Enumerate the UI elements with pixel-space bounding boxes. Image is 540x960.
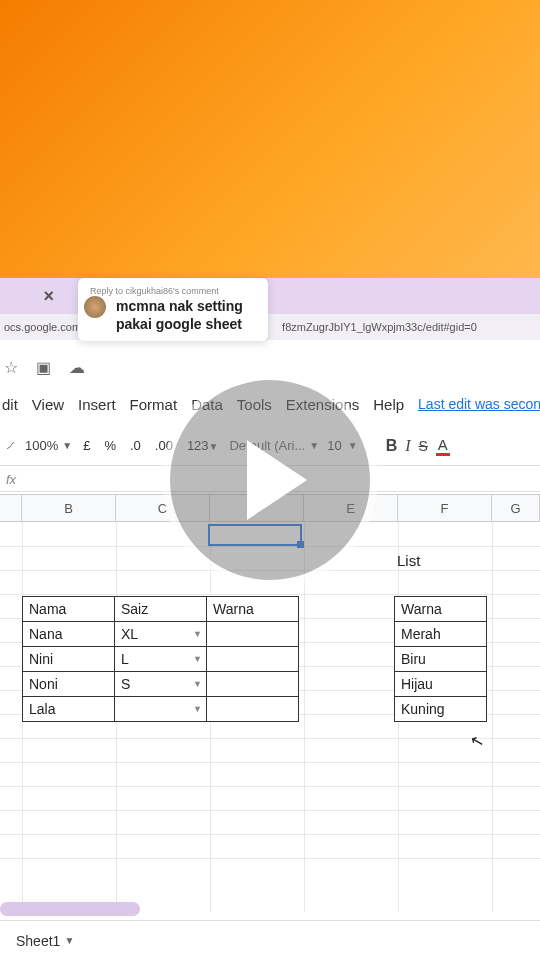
currency-button[interactable]: £	[80, 438, 93, 453]
saiz-value: L	[121, 651, 129, 667]
chevron-down-icon[interactable]: ▼	[64, 935, 74, 946]
saiz-value: XL	[121, 626, 138, 642]
list-item[interactable]: Merah	[395, 622, 487, 647]
cell-nama[interactable]: Noni	[23, 672, 115, 697]
dropdown-arrow-icon[interactable]: ▼	[193, 654, 202, 664]
table-row: Nini L▼	[23, 647, 299, 672]
cloud-status-icon[interactable]: ☁	[69, 358, 85, 377]
cell-saiz[interactable]: XL▼	[115, 622, 207, 647]
italic-button[interactable]: I	[405, 437, 410, 455]
horizontal-scrollbar[interactable]	[0, 902, 140, 916]
list-item[interactable]: Hijau	[395, 672, 487, 697]
cell-warna[interactable]	[207, 647, 299, 672]
cell-nama[interactable]: Nana	[23, 622, 115, 647]
cell-saiz[interactable]: S▼	[115, 672, 207, 697]
zoom-value: 100%	[25, 438, 58, 453]
cell-warna[interactable]	[207, 672, 299, 697]
dropdown-arrow-icon[interactable]: ▼	[193, 704, 202, 714]
decrease-decimal-button[interactable]: .0	[127, 438, 144, 453]
header-nama[interactable]: Nama	[23, 597, 115, 622]
cell-nama[interactable]: Nini	[23, 647, 115, 672]
play-icon	[247, 440, 307, 520]
header-warna[interactable]: Warna	[207, 597, 299, 622]
strikethrough-button[interactable]: S	[419, 438, 428, 454]
cell-saiz[interactable]: ▼	[115, 697, 207, 722]
chevron-down-icon: ▼	[62, 440, 72, 451]
text-color-button[interactable]: A	[436, 436, 450, 456]
row-corner[interactable]	[0, 495, 22, 521]
main-table: Nama Saiz Warna Nana XL▼ Nini L▼ Noni S▼…	[22, 596, 299, 722]
paint-format-icon[interactable]: ⟋	[4, 438, 17, 453]
dropdown-arrow-icon[interactable]: ▼	[193, 679, 202, 689]
cell-nama[interactable]: Lala	[23, 697, 115, 722]
menu-help[interactable]: Help	[373, 396, 404, 413]
col-header-f[interactable]: F	[398, 495, 492, 521]
list-header[interactable]: Warna	[395, 597, 487, 622]
table-row: Lala ▼	[23, 697, 299, 722]
last-edit-link[interactable]: Last edit was seconds ago	[418, 396, 540, 412]
fx-label: fx	[6, 472, 16, 487]
move-folder-icon[interactable]: ▣	[36, 358, 51, 377]
commenter-avatar	[84, 296, 106, 318]
close-tab-button[interactable]: ×	[0, 286, 68, 307]
col-header-g[interactable]: G	[492, 495, 540, 521]
sheet-tab[interactable]: Sheet1 ▼	[6, 927, 84, 955]
spreadsheet-grid[interactable]: List Nama Saiz Warna Nana XL▼ Nini L▼ No…	[0, 522, 540, 912]
reply-text-2: pakai google sheet	[116, 316, 256, 334]
reply-to-line: Reply to cikgukhai86's comment	[90, 286, 256, 296]
comment-reply-bubble: Reply to cikgukhai86's comment mcmna nak…	[78, 278, 268, 341]
zoom-select[interactable]: 100% ▼	[25, 438, 72, 453]
table-row: Nana XL▼	[23, 622, 299, 647]
increase-decimal-button[interactable]: .00	[152, 438, 176, 453]
reply-text-1: mcmna nak setting	[116, 298, 256, 316]
mouse-cursor-icon: ↖	[468, 731, 485, 753]
menu-view[interactable]: View	[32, 396, 64, 413]
menu-format[interactable]: Format	[130, 396, 178, 413]
star-icon[interactable]: ☆	[4, 358, 18, 377]
table-row: Noni S▼	[23, 672, 299, 697]
cell-warna[interactable]	[207, 622, 299, 647]
url-left: ocs.google.com/	[4, 321, 84, 333]
menu-insert[interactable]: Insert	[78, 396, 116, 413]
col-header-b[interactable]: B	[22, 495, 116, 521]
header-saiz[interactable]: Saiz	[115, 597, 207, 622]
list-heading: List	[397, 552, 420, 569]
bold-button[interactable]: B	[386, 437, 398, 455]
sheet-tab-label: Sheet1	[16, 933, 60, 949]
percent-button[interactable]: %	[101, 438, 119, 453]
list-item[interactable]: Kuning	[395, 697, 487, 722]
saiz-value: S	[121, 676, 130, 692]
dropdown-arrow-icon[interactable]: ▼	[193, 629, 202, 639]
url-right: f8zmZugrJbIY1_lgWxpjm33c/edit#gid=0	[282, 321, 477, 333]
sheet-tabs-bar: Sheet1 ▼	[0, 920, 540, 960]
cell-warna[interactable]	[207, 697, 299, 722]
cell-saiz[interactable]: L▼	[115, 647, 207, 672]
list-table: Warna Merah Biru Hijau Kuning	[394, 596, 487, 722]
video-play-button[interactable]	[170, 380, 370, 580]
menu-edit[interactable]: dit	[2, 396, 18, 413]
list-item[interactable]: Biru	[395, 647, 487, 672]
